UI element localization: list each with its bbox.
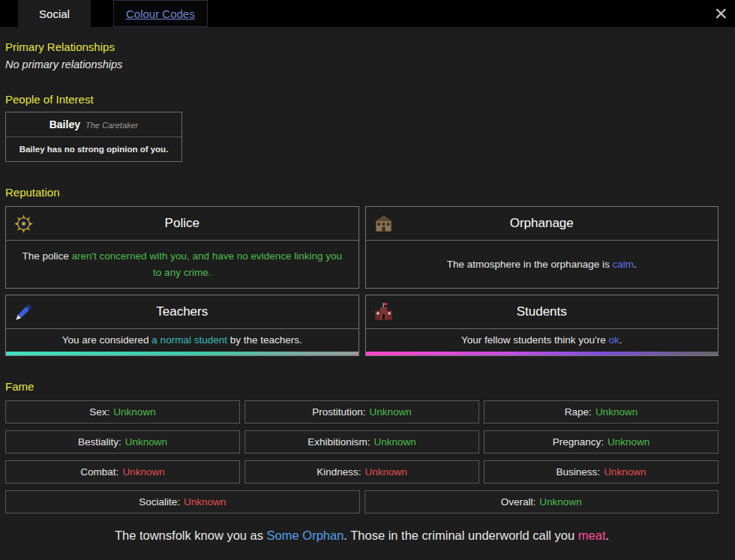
police-reputation-text: The police aren't concerned with you, an…: [6, 241, 358, 288]
fame-cell-exhibitionism: Exhibitionism: Unknown: [244, 430, 479, 454]
fame-label: Combat:: [80, 466, 118, 478]
orphanage-icon: [374, 214, 394, 234]
text-part: . Those in the criminal underworld call …: [344, 529, 578, 542]
fame-cell-socialite: Socialite: Unknown: [5, 490, 360, 514]
reputation-card-header: Students: [366, 295, 718, 329]
fame-cell-rape: Rape: Unknown: [484, 400, 718, 424]
teachers-reputation-text: You are considered a normal student by t…: [6, 329, 358, 352]
teachers-respect-bar: [6, 352, 358, 355]
person-name: Bailey: [50, 118, 80, 130]
fame-label: Socialite:: [139, 496, 180, 508]
person-title: The Caretaker: [86, 121, 138, 130]
fame-summary: The townsfolk know you as Some Orphan. T…: [5, 529, 718, 543]
fame-heading: Fame: [5, 380, 718, 393]
police-badge-icon: [14, 214, 34, 234]
fame-label: Business:: [556, 466, 601, 478]
text-part: aren't concerned with you, and have no e…: [71, 250, 342, 278]
text-part: calm: [612, 259, 634, 270]
fame-value: Unknown: [604, 466, 646, 478]
fame-label: Prostitution:: [312, 406, 365, 418]
person-card-bailey: BaileyThe Caretaker Bailey has no strong…: [5, 112, 182, 162]
fame-value: Unknown: [608, 436, 650, 448]
fame-grid: Sex: Unknown Prostitution: Unknown Rape:…: [5, 400, 718, 514]
fame-label: Bestiality:: [78, 436, 122, 448]
person-opinion: Bailey has no strong opinion of you.: [6, 137, 182, 161]
reputation-card-police: Police The police aren't concerned with …: [5, 206, 359, 289]
text-part: Some Orphan: [267, 529, 344, 542]
fame-label: Exhibitionism:: [308, 436, 370, 448]
fame-value: Unknown: [125, 436, 167, 448]
fame-value: Unknown: [113, 406, 155, 418]
text-part: .: [620, 334, 622, 346]
fame-cell-bestiality: Bestiality: Unknown: [5, 430, 240, 454]
fame-label: Kindness:: [316, 466, 361, 478]
fame-value: Unknown: [122, 466, 164, 478]
fame-value: Unknown: [539, 496, 581, 508]
reputation-card-orphanage: Orphanage The atmosphere in the orphanag…: [365, 206, 719, 289]
text-part: You are considered: [62, 334, 152, 346]
fame-label: Sex:: [89, 406, 110, 418]
fame-label: Pregnancy:: [553, 436, 604, 448]
text-part: by the teachers.: [227, 334, 302, 346]
primary-relationships-heading: Primary Relationships: [5, 40, 718, 53]
text-part: a normal student: [152, 334, 227, 346]
reputation-card-teachers: Teachers You are considered a normal stu…: [5, 295, 359, 356]
no-primary-relationships-text: No primary relationships: [5, 58, 718, 70]
students-reputation-text: Your fellow students think you're ok.: [366, 329, 718, 352]
social-panel: Primary Relationships No primary relatio…: [0, 27, 735, 543]
fame-label: Rape:: [565, 406, 592, 418]
reputation-card-title: Students: [517, 304, 567, 319]
close-icon[interactable]: ×: [714, 0, 728, 27]
fame-cell-kindness: Kindness: Unknown: [244, 460, 479, 484]
text-part: The townsfolk know you as: [115, 529, 267, 542]
orphanage-reputation-text: The atmosphere in the orphanage is calm.: [366, 241, 718, 288]
reputation-heading: Reputation: [5, 186, 718, 199]
fame-cell-pregnancy: Pregnancy: Unknown: [484, 430, 718, 454]
reputation-grid: Police The police aren't concerned with …: [5, 206, 718, 356]
tab-colour-codes[interactable]: Colour Codes: [113, 0, 208, 27]
tab-social[interactable]: Social: [18, 0, 91, 27]
text-part: The atmosphere in the orphanage is: [447, 259, 613, 270]
fame-value: Unknown: [184, 496, 226, 508]
fame-value: Unknown: [374, 436, 416, 448]
reputation-card-students: Students Your fellow students think you'…: [365, 295, 719, 356]
text-part: Your fellow students think you're: [461, 334, 608, 346]
text-part: The police: [22, 250, 71, 262]
reputation-card-header: Orphanage: [366, 207, 718, 241]
fame-cell-prostitution: Prostitution: Unknown: [244, 400, 479, 424]
person-card-header: BaileyThe Caretaker: [6, 112, 182, 137]
text-part: .: [634, 259, 637, 270]
fame-value: Unknown: [370, 406, 412, 418]
text-part: .: [605, 529, 609, 542]
pencil-icon: [14, 302, 34, 322]
fame-cell-overall: Overall: Unknown: [364, 490, 719, 514]
people-of-interest-heading: People of Interest: [5, 93, 718, 106]
text-part: ok: [608, 334, 619, 346]
reputation-card-title: Police: [165, 216, 200, 231]
fame-cell-combat: Combat: Unknown: [5, 460, 240, 484]
text-part: meat: [578, 529, 606, 542]
tab-bar: Social Colour Codes ×: [0, 0, 735, 27]
students-respect-bar: [366, 352, 718, 355]
fame-cell-sex: Sex: Unknown: [5, 400, 240, 424]
reputation-card-title: Teachers: [156, 304, 208, 319]
reputation-card-title: Orphanage: [510, 216, 574, 231]
fame-cell-business: Business: Unknown: [484, 460, 718, 484]
fame-value: Unknown: [596, 406, 638, 418]
fame-label: Overall:: [501, 496, 536, 508]
reputation-card-header: Police: [6, 207, 358, 241]
school-icon: [374, 302, 394, 322]
fame-value: Unknown: [365, 466, 407, 478]
reputation-card-header: Teachers: [6, 295, 358, 329]
